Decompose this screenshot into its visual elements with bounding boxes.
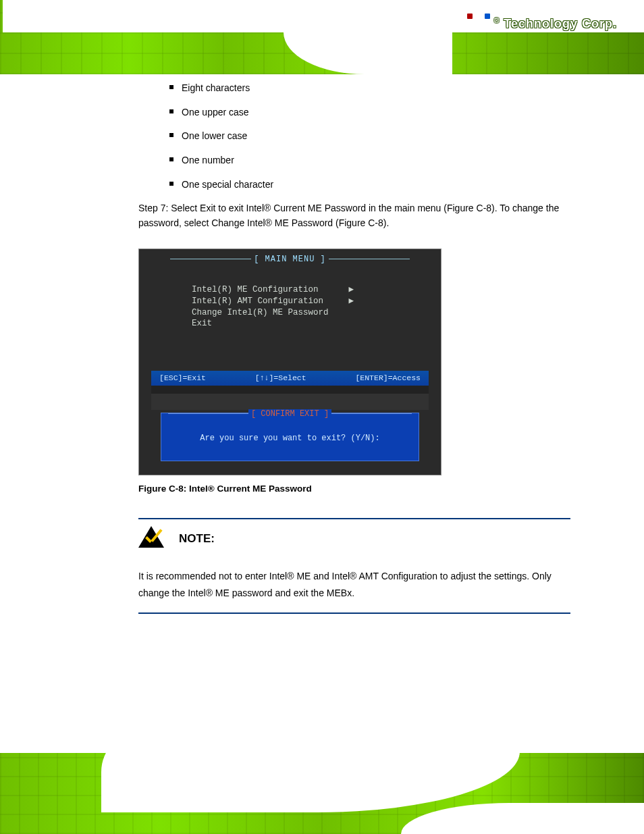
screenshot-main-menu-title: [ MAIN MENU ]	[151, 253, 429, 266]
figure-caption: Figure C-8: Intel® Current ME Password	[138, 482, 570, 496]
page-number: Page 185	[566, 815, 608, 826]
bullet-icon	[169, 157, 173, 161]
note-bottom-divider	[138, 613, 570, 614]
menu-item[interactable]: Change Intel(R) ME Password	[192, 308, 329, 317]
confirm-dialog-title: [ CONFIRM EXIT ]	[161, 408, 419, 421]
list-item: Eight characters	[138, 81, 570, 96]
nav-hint-select: [↑↓]=Select	[255, 372, 306, 384]
page-content: Eight characters One upper case One lowe…	[138, 81, 570, 614]
list-item-text: One number	[182, 153, 234, 168]
menu-item[interactable]: Intel(R) AMT Configuration ▶	[192, 296, 354, 306]
list-item-text: Eight characters	[182, 81, 250, 96]
screenshot-nav-bar: [ESC]=Exit [↑↓]=Select [ENTER]=Access	[151, 371, 429, 386]
page-header: ® Technology Corp.	[0, 0, 644, 74]
confirm-exit-dialog: [ CONFIRM EXIT ] Are you sure you want t…	[161, 413, 419, 461]
step-7-text: Step 7: Select Exit to exit Intel® Curre…	[138, 201, 570, 230]
list-item: One number	[138, 153, 570, 168]
list-item: One special character	[138, 178, 570, 192]
note-block: NOTE:	[138, 519, 570, 554]
brand-logo-icon	[467, 15, 490, 32]
list-item-text: One lower case	[182, 129, 247, 144]
figure-screenshot: [ MAIN MENU ] Intel(R) ME Configuration …	[138, 249, 441, 475]
nav-hint-esc: [ESC]=Exit	[159, 372, 206, 384]
bullet-icon	[169, 109, 173, 113]
nav-hint-enter: [ENTER]=Access	[355, 372, 421, 384]
bullet-icon	[169, 85, 173, 89]
note-heading: NOTE:	[179, 530, 215, 548]
list-item: One lower case	[138, 129, 570, 144]
bullet-icon	[169, 133, 173, 137]
brand-registered: ®	[494, 17, 500, 31]
brand-logo-block: ® Technology Corp.	[467, 15, 617, 32]
menu-item[interactable]: Exit	[192, 319, 212, 328]
confirm-dialog-text[interactable]: Are you sure you want to exit? (Y/N):	[161, 432, 419, 445]
chevron-right-icon: ▶	[349, 296, 354, 306]
note-body-text: It is recommended not to enter Intel® ME…	[138, 568, 570, 602]
list-item: One upper case	[138, 105, 570, 120]
bullet-icon	[169, 182, 173, 186]
chevron-right-icon: ▶	[349, 285, 354, 294]
list-item-text: One special character	[182, 178, 273, 192]
menu-item[interactable]: Intel(R) ME Configuration ▶	[192, 285, 354, 294]
list-item-text: One upper case	[182, 105, 249, 120]
page-footer: Page 185	[0, 753, 644, 834]
brand-text: Technology Corp.	[504, 17, 617, 31]
screenshot-menu-list: Intel(R) ME Configuration ▶ Intel(R) AMT…	[192, 284, 354, 330]
note-check-icon	[138, 526, 164, 552]
